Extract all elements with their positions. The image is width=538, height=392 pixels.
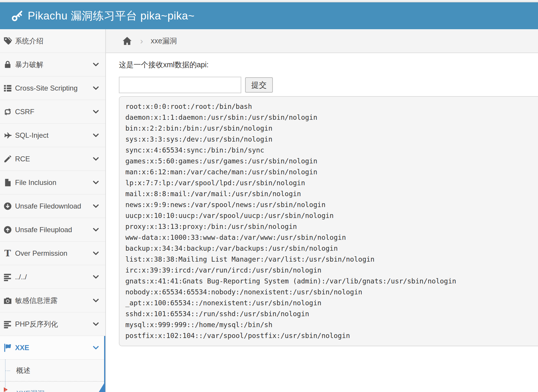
sidebar-item-unsafe-fileupload[interactable]: Unsafe Fileupload — [0, 218, 105, 242]
sidebar-item-system-intro[interactable]: 系统介绍 — [0, 29, 105, 53]
content-area: › xxe漏洞 这是一个接收xml数据的api: 提交 root:x:0:0:r… — [106, 29, 538, 392]
sidebar-item-info-leak[interactable]: 敏感信息泄露 — [0, 289, 105, 312]
align-left-icon — [2, 320, 13, 329]
file-icon — [2, 178, 13, 187]
chevron-down-icon — [92, 250, 99, 257]
arrow-circle-down-icon — [2, 202, 13, 211]
lock-icon — [2, 60, 13, 69]
breadcrumb-current: xxe漏洞 — [151, 36, 177, 46]
sidebar-item-xss[interactable]: Cross-Site Scripting — [0, 76, 105, 100]
chevron-down-icon — [92, 203, 99, 210]
active-item-corner-marker — [99, 381, 105, 392]
sidebar-item-over-permission[interactable]: TOver Permission — [0, 242, 105, 265]
chevron-down-icon — [92, 179, 99, 186]
sidebar-item-csrf[interactable]: CSRF — [0, 100, 105, 124]
sidebar-item-label: 敏感信息泄露 — [15, 296, 92, 305]
passwd-output: root:x:0:0:root:/root:/bin/bash daemon:x… — [119, 96, 538, 346]
sidebar-item-label: PHP反序列化 — [15, 319, 92, 329]
sidebar-item-dir-traversal[interactable]: ../../ — [0, 265, 105, 289]
pencil-icon — [2, 155, 13, 163]
top-strip — [0, 0, 538, 2]
chevron-down-icon — [92, 155, 99, 163]
sidebar-item-sql-inject[interactable]: SQL-Inject — [0, 124, 105, 147]
sidebar-item-php-unserialize[interactable]: PHP反序列化 — [0, 312, 105, 336]
chevron-down-icon — [92, 273, 99, 281]
text-icon: T — [2, 249, 13, 258]
key-icon — [11, 10, 23, 22]
api-description: 这是一个接收xml数据的api: — [119, 60, 538, 69]
camera-icon — [2, 296, 13, 305]
xml-input[interactable] — [119, 77, 241, 93]
sidebar-item-label: XXE — [15, 344, 92, 352]
tags-icon — [2, 37, 13, 45]
chevron-down-icon — [92, 85, 99, 92]
sidebar-item-label: RCE — [15, 155, 92, 163]
sidebar-item-file-inclusion[interactable]: File Inclusion — [0, 171, 105, 194]
app-title: Pikachu 漏洞练习平台 pika~pika~ — [28, 9, 195, 23]
page-body: 这是一个接收xml数据的api: 提交 root:x:0:0:root:/roo… — [106, 53, 538, 346]
sidebar-item-unsafe-filedownload[interactable]: Unsafe Filedownload — [0, 194, 105, 218]
sidebar-item-brute-force[interactable]: 暴力破解 — [0, 53, 105, 76]
sidebar-item-label: File Inclusion — [15, 178, 92, 187]
flag-icon — [2, 343, 13, 352]
sidebar-menu: 系统介绍暴力破解Cross-Site ScriptingCSRFSQL-Inje… — [0, 29, 105, 392]
app-header: Pikachu 漏洞练习平台 pika~pika~ — [0, 2, 538, 29]
refresh-icon — [2, 107, 13, 116]
sidebar-item-label: Unsafe Filedownload — [15, 202, 92, 210]
sidebar-subitem-label: XXE漏洞 — [16, 389, 45, 392]
sidebar-item-xxe[interactable]: XXE — [0, 336, 105, 360]
arrow-circle-up-icon — [2, 225, 13, 234]
plane-icon — [2, 131, 13, 140]
home-icon[interactable] — [122, 37, 132, 45]
sidebar-item-label: SQL-Inject — [15, 131, 92, 140]
sidebar-item-label: 暴力破解 — [15, 60, 92, 69]
sidebar-item-label: Cross-Site Scripting — [15, 84, 92, 92]
chevron-down-icon — [92, 321, 99, 328]
sidebar-item-rce[interactable]: RCE — [0, 147, 105, 171]
submit-button[interactable]: 提交 — [245, 77, 273, 93]
chevron-down-icon — [92, 61, 99, 68]
align-left-icon — [2, 273, 13, 281]
chevron-down-icon — [92, 344, 99, 351]
xml-form: 提交 — [119, 77, 538, 93]
sidebar-item-label: ../../ — [15, 273, 92, 281]
chevron-down-icon — [92, 297, 99, 304]
sidebar-item-label: Over Permission — [15, 249, 92, 257]
breadcrumb: › xxe漏洞 — [106, 29, 538, 53]
chevron-down-icon — [92, 108, 99, 115]
sidebar-subitem-label: 概述 — [16, 366, 30, 375]
list-icon — [2, 84, 13, 93]
sidebar-item-label: 系统介绍 — [15, 36, 99, 46]
chevron-down-icon — [92, 226, 99, 233]
sidebar: 系统介绍暴力破解Cross-Site ScriptingCSRFSQL-Inje… — [0, 29, 106, 392]
chevron-down-icon — [92, 132, 99, 139]
sidebar-item-label: Unsafe Fileupload — [15, 226, 92, 234]
sidebar-subitem-xxe-overview[interactable]: 概述 — [0, 360, 105, 382]
submenu-tree-line — [5, 360, 6, 392]
sidebar-subitem-xxe-vuln[interactable]: XXE漏洞 — [0, 382, 105, 392]
sidebar-item-label: CSRF — [15, 108, 92, 116]
breadcrumb-separator-icon: › — [140, 37, 143, 45]
